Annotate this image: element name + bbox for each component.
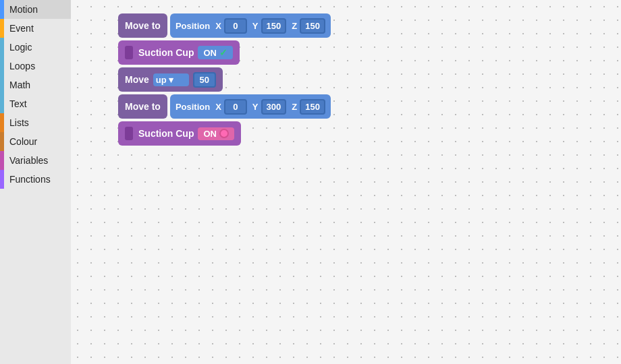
move-label: Move <box>125 74 149 85</box>
block-move-to-1[interactable]: Move to Position X 0 Y 150 Z 150 <box>118 13 331 38</box>
move-to-label-2: Move to <box>125 101 161 112</box>
sidebar-label-functions: Functions <box>9 174 51 185</box>
pink-dot-icon <box>219 129 229 138</box>
sidebar-item-lists[interactable]: Lists <box>0 113 71 132</box>
z-label-1: Z <box>292 21 297 31</box>
on-state-1: ON <box>203 48 217 58</box>
z-label-2: Z <box>292 102 297 112</box>
block-move-up[interactable]: Move up ▾ down ▾ 50 <box>118 67 331 92</box>
checkmark-icon-1: ✓ <box>219 47 227 58</box>
position-label-2: Position <box>176 102 210 112</box>
sidebar-item-loops[interactable]: Loops <box>0 57 71 75</box>
sidebar-label-loops: Loops <box>9 61 35 71</box>
suction-label-1: Suction Cup <box>138 47 194 58</box>
sidebar-item-colour[interactable]: Colour <box>0 132 71 151</box>
sidebar-label-logic: Logic <box>9 42 32 53</box>
y-label-1: Y <box>252 21 259 31</box>
on-state-2: ON <box>203 129 217 139</box>
block-group-1: Move to Position X 0 Y 150 Z 150 Suction… <box>118 13 331 148</box>
x-value-1[interactable]: 0 <box>224 18 247 34</box>
move-to-block-2[interactable]: Move to <box>118 94 167 119</box>
canvas: Move to Position X 0 Y 150 Z 150 Suction… <box>71 0 621 364</box>
sidebar-label-motion: Motion <box>9 4 38 15</box>
direction-select[interactable]: up ▾ down ▾ <box>153 73 189 86</box>
move-to-label-1: Move to <box>125 20 161 31</box>
suction-block-1[interactable]: Suction Cup ON ✓ <box>118 40 240 65</box>
x-label-2: X <box>215 102 221 112</box>
suction-connector-2 <box>125 127 133 140</box>
sidebar-label-event: Event <box>9 23 34 34</box>
sidebar-item-math[interactable]: Math <box>0 75 71 94</box>
y-value-2[interactable]: 300 <box>261 99 287 115</box>
move-to-block-1[interactable]: Move to <box>118 13 167 38</box>
sidebar: Motion Event Logic Loops Math Text Lists… <box>0 0 71 364</box>
sidebar-item-motion[interactable]: Motion <box>0 0 71 19</box>
sidebar-label-math: Math <box>9 80 30 90</box>
suction-cup-block-1[interactable]: Suction Cup ON ✓ <box>118 40 331 65</box>
sidebar-item-functions[interactable]: Functions <box>0 170 71 189</box>
suction-label-2: Suction Cup <box>138 128 194 139</box>
suction-connector-1 <box>125 46 133 59</box>
on-badge-2[interactable]: ON <box>198 127 234 140</box>
position-block-2: Position X 0 Y 300 Z 150 <box>170 94 331 119</box>
sidebar-item-variables[interactable]: Variables <box>0 151 71 170</box>
y-label-2: Y <box>252 102 259 112</box>
move-amount[interactable]: 50 <box>193 72 216 88</box>
position-label-1: Position <box>176 21 210 31</box>
z-value-2[interactable]: 150 <box>300 99 325 115</box>
sidebar-label-lists: Lists <box>9 117 29 128</box>
move-block[interactable]: Move up ▾ down ▾ 50 <box>118 67 223 92</box>
x-value-2[interactable]: 0 <box>224 99 247 115</box>
suction-cup-block-2[interactable]: Suction Cup ON <box>118 121 331 146</box>
sidebar-label-text: Text <box>9 98 27 109</box>
sidebar-item-text[interactable]: Text <box>0 94 71 113</box>
sidebar-item-logic[interactable]: Logic <box>0 38 71 57</box>
suction-block-2[interactable]: Suction Cup ON <box>118 121 241 146</box>
y-value-1[interactable]: 150 <box>261 18 287 34</box>
block-move-to-2[interactable]: Move to Position X 0 Y 300 Z 150 <box>118 94 331 119</box>
sidebar-label-colour: Colour <box>9 136 37 147</box>
x-label-1: X <box>215 21 221 31</box>
position-block-1: Position X 0 Y 150 Z 150 <box>170 13 331 38</box>
z-value-1[interactable]: 150 <box>300 18 325 34</box>
sidebar-label-variables: Variables <box>9 155 48 166</box>
sidebar-item-event[interactable]: Event <box>0 19 71 38</box>
on-badge-1[interactable]: ON ✓ <box>198 46 233 59</box>
